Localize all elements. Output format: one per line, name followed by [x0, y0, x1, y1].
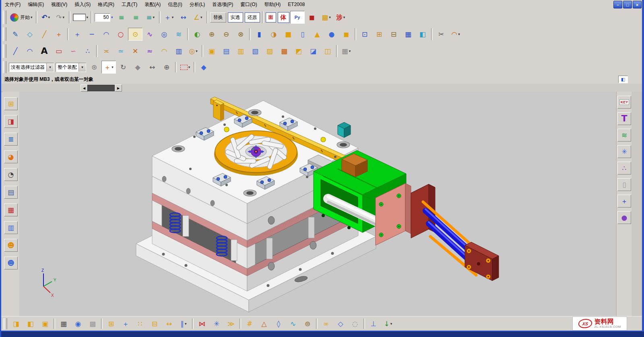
menu-item-13[interactable]: ET2008 — [284, 1, 308, 8]
shaded-wedge-icon[interactable]: ◆ — [130, 61, 145, 74]
object-color-swatch[interactable]: ▾ — [72, 11, 90, 24]
wrap-curve-icon[interactable]: ◎▾ — [186, 45, 200, 58]
trim-body-icon[interactable]: ✂ — [434, 28, 448, 41]
undo-button[interactable]: ↶ ▾ — [39, 11, 53, 24]
unite-icon[interactable]: ⊕ — [204, 28, 219, 41]
pattern-component-icon[interactable]: ∷ — [133, 317, 147, 330]
layer-category-icon[interactable]: ≡▾ — [143, 11, 158, 24]
datum-axis-icon[interactable]: ╱ — [37, 28, 52, 41]
find-component-icon[interactable]: ◨ — [9, 317, 23, 330]
wave-geometry-linker-icon[interactable]: ∿ — [286, 317, 300, 330]
dropdown-arrow-icon[interactable]: ▾ — [349, 49, 351, 53]
chevron-down-icon[interactable]: ▾ — [87, 15, 89, 19]
work-layer-spinner[interactable]: 50 ▾ — [93, 11, 114, 24]
component-tree-icon[interactable]: ▦ — [56, 317, 71, 330]
new-component-icon[interactable]: ＋ — [118, 317, 133, 330]
snap-point-icon[interactable]: ＋▾ — [101, 61, 116, 74]
sphere-cluster-icon[interactable]: ✳ — [617, 145, 631, 158]
dock-toggle-button[interactable]: ◧ — [618, 76, 628, 83]
chevron-down-icon[interactable]: ▼ — [78, 63, 86, 72]
offset-region-icon[interactable]: ▤ — [219, 45, 233, 58]
dropdown-arrow-icon[interactable]: ▾ — [200, 15, 202, 19]
grid-icon[interactable]: ▦▾ — [339, 45, 353, 58]
text-icon[interactable]: A — [37, 45, 52, 58]
linked-curve-icon[interactable]: ⊙ — [128, 28, 142, 41]
toolbar-grip[interactable] — [3, 27, 6, 41]
dropdown-arrow-icon[interactable]: ▾ — [458, 32, 460, 36]
hole-icon[interactable]: ⊡ — [357, 28, 372, 41]
point-set-icon[interactable]: ∴ — [80, 45, 95, 58]
toolbar-grip[interactable] — [4, 318, 7, 330]
add-component-icon[interactable]: ⊞ — [104, 317, 118, 330]
sphere-icon[interactable]: ● — [324, 28, 339, 41]
part-navigator-icon[interactable]: ≣ — [4, 133, 18, 146]
replace-button[interactable]: 替换 — [210, 12, 226, 23]
section-curve-icon[interactable]: ≈ — [142, 45, 157, 58]
pocket-icon[interactable]: ⊟ — [386, 28, 401, 41]
menu-item-7[interactable]: 装配(A) — [141, 0, 164, 9]
layer-visible-in-view-icon[interactable]: ≡ — [129, 11, 143, 24]
intersect-icon[interactable]: ⊗ — [233, 28, 248, 41]
zoom-view-icon[interactable]: ⊕ — [159, 61, 174, 74]
measure-distance-icon[interactable]: ↔ — [176, 11, 191, 24]
blue-cross-icon[interactable]: ＋ — [617, 195, 631, 208]
thicken-icon[interactable]: ◪ — [306, 45, 320, 58]
redo-button[interactable]: ↷ ▾ — [53, 11, 68, 24]
dropdown-arrow-icon[interactable]: ▾ — [390, 322, 392, 326]
dropdown-arrow-icon[interactable]: ▾ — [153, 15, 155, 19]
user-group-icon[interactable]: ☻ — [4, 257, 18, 269]
close-button[interactable]: × — [633, 1, 642, 8]
reuse-library-icon[interactable]: ◕ — [4, 150, 18, 163]
menu-item-5[interactable]: 格式(R) — [94, 0, 118, 9]
cone-icon[interactable]: ▲ — [310, 28, 324, 41]
intersection-curve-icon[interactable]: ✕ — [128, 45, 142, 58]
import-arrow-icon[interactable]: ↓▾ — [381, 317, 395, 330]
gears-icon[interactable]: ⊛ — [87, 61, 101, 74]
assembly-constraints-icon[interactable]: ∥▾ — [176, 317, 191, 330]
menu-item-1[interactable]: 文件(F) — [1, 0, 24, 9]
pull-face-icon[interactable]: ▣ — [204, 45, 219, 58]
circle-icon[interactable]: ○ — [114, 28, 128, 41]
suppress-component-icon[interactable]: ⊟ — [147, 317, 162, 330]
roles-icon[interactable]: ▥ — [4, 221, 18, 234]
extrude-icon[interactable]: ▮ — [252, 28, 266, 41]
point-icon[interactable]: ＋ — [70, 28, 85, 41]
profile-icon[interactable]: ╱ — [8, 45, 23, 58]
graphics-viewport[interactable]: ZYX — [19, 92, 616, 316]
layers-capsule-icon[interactable]: ≋ — [617, 129, 631, 142]
menu-item-2[interactable]: 编辑(E) — [24, 0, 47, 9]
cylinder-part-icon[interactable]: ▯ — [617, 178, 631, 191]
offset-curve-icon[interactable]: ≍ — [99, 45, 114, 58]
boss-icon[interactable]: ⊞ — [372, 28, 386, 41]
toolbar-grip[interactable] — [3, 61, 6, 73]
resize-face-icon[interactable]: ▧ — [248, 45, 262, 58]
chevron-down-icon[interactable]: ▾ — [111, 15, 113, 19]
selection-filter-dropdown[interactable]: 没有选择过滤器 ▼ — [9, 63, 54, 72]
menu-item-8[interactable]: 信息(I) — [164, 0, 186, 9]
arc-3pt-icon[interactable]: ◠ — [23, 45, 37, 58]
arrangements-icon[interactable]: # — [242, 317, 257, 330]
3d-model[interactable]: ZYX — [19, 92, 616, 316]
marquee-select-icon[interactable]: ▾ — [178, 61, 192, 74]
face-filter-button[interactable]: 面 — [266, 12, 276, 23]
ellipse-icon[interactable]: ◎ — [157, 28, 171, 41]
wcs-orient-icon[interactable]: ＋▾ — [162, 11, 176, 24]
ghost-component-icon[interactable]: ▩ — [85, 317, 100, 330]
line-icon[interactable]: ─ — [85, 28, 99, 41]
menu-item-9[interactable]: 分析(L) — [186, 0, 209, 9]
cylinder-icon[interactable]: ▯ — [295, 28, 310, 41]
spline-icon[interactable]: ∿ — [142, 28, 157, 41]
red-cube-button[interactable]: ◼ — [305, 11, 319, 24]
subtract-icon[interactable]: ⊖ — [219, 28, 233, 41]
replace-face-icon[interactable]: ▥ — [233, 45, 248, 58]
datum-csys-icon[interactable]: ＋ — [52, 28, 66, 41]
molecule-icon[interactable]: ∴ — [617, 162, 631, 175]
start-button[interactable]: 开始 ▾ — [8, 10, 35, 25]
exploded-view-icon[interactable]: ✳ — [209, 317, 224, 330]
helix-icon[interactable]: ≋ — [171, 28, 186, 41]
chevron-down-icon[interactable]: ▾ — [48, 15, 50, 19]
menu-item-6[interactable]: 工具(T) — [118, 0, 141, 9]
palette-icon[interactable]: ▦ — [4, 203, 18, 216]
chevron-down-icon[interactable]: ▾ — [329, 15, 331, 19]
sketch-icon[interactable]: ✎ — [8, 28, 23, 41]
